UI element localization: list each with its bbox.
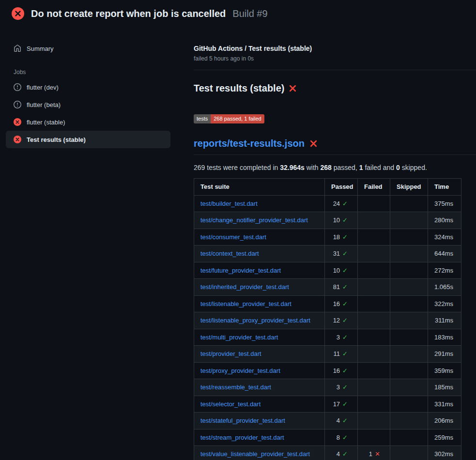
page-title: Do not create report when job is cancell…: [31, 8, 226, 19]
check-icon: ✓: [342, 216, 348, 224]
suite-cell: test/proxy_provider_test.dart: [194, 362, 325, 379]
suite-link[interactable]: test/future_provider_test.dart: [200, 267, 281, 274]
suite-link[interactable]: test/stream_provider_test.dart: [200, 434, 284, 441]
cross-mark-icon: [309, 139, 318, 148]
passed-cell: 81✓: [325, 279, 358, 296]
table-row: test/change_notifier_provider_test.dart …: [194, 212, 461, 229]
failed-status-icon: [12, 7, 24, 20]
badge-label: tests: [194, 114, 211, 123]
summary-line: 269 tests were completed in 32.964s with…: [194, 164, 476, 171]
suite-cell: test/provider_test.dart: [194, 346, 325, 363]
table-row: test/selector_test.dart 17✓ 331ms: [194, 396, 461, 413]
failed-cell: [358, 346, 390, 363]
sidebar-item-summary[interactable]: Summary: [6, 40, 170, 57]
skipped-cell: [390, 245, 428, 262]
passed-cell: 24✓: [325, 195, 358, 212]
passed-cell: 10✓: [325, 262, 358, 279]
table-header-row: Test suite Passed Failed Skipped Time: [194, 179, 461, 196]
suite-cell: test/stream_provider_test.dart: [194, 429, 325, 446]
suite-cell: test/multi_provider_test.dart: [194, 329, 325, 346]
suite-link[interactable]: test/value_listenable_provider_test.dart: [200, 450, 310, 458]
suite-cell: test/listenable_proxy_provider_test.dart: [194, 312, 325, 329]
suite-link[interactable]: test/proxy_provider_test.dart: [200, 367, 280, 374]
test-results-table: Test suite Passed Failed Skipped Time te…: [194, 178, 461, 460]
skipped-cell: [390, 229, 428, 245]
failed-cell: [358, 295, 390, 312]
badge-value: 268 passed, 1 failed: [211, 114, 264, 123]
sidebar-item-flutter-dev[interactable]: flutter (dev): [6, 78, 170, 96]
sidebar-item-flutter-beta[interactable]: flutter (beta): [6, 96, 170, 113]
time-cell: 259ms: [428, 429, 461, 446]
suite-cell: test/stateful_provider_test.dart: [194, 413, 325, 429]
suite-link[interactable]: test/context_test.dart: [200, 250, 259, 257]
table-row: test/provider_test.dart 11✓ 291ms: [194, 346, 461, 363]
suite-link[interactable]: test/stateful_provider_test.dart: [200, 417, 285, 424]
time-cell: 359ms: [428, 362, 461, 379]
failed-cell: 1✕: [358, 446, 390, 460]
column-header-failed: Failed: [358, 179, 390, 196]
suite-link[interactable]: test/reassemble_test.dart: [200, 383, 271, 391]
suite-cell: test/reassemble_test.dart: [194, 379, 325, 396]
time-cell: 302ms: [428, 446, 461, 460]
suite-link[interactable]: test/listenable_proxy_provider_test.dart: [200, 317, 310, 324]
suite-cell: test/change_notifier_provider_test.dart: [194, 212, 325, 229]
passed-cell: 4✓: [325, 413, 358, 429]
failed-cell: [358, 262, 390, 279]
divider: [194, 70, 476, 70]
skipped-cell: [390, 396, 428, 413]
skipped-cell: [390, 329, 428, 346]
passed-cell: 17✓: [325, 396, 358, 413]
report-link[interactable]: reports/test-results.json: [194, 138, 305, 149]
suite-link[interactable]: test/consumer_test.dart: [200, 233, 266, 241]
table-row: test/builder_test.dart 24✓ 375ms: [194, 195, 461, 212]
sidebar-item-label: Test results (stable): [27, 136, 86, 143]
suite-link[interactable]: test/inherited_provider_test.dart: [200, 283, 289, 291]
time-cell: 280ms: [428, 212, 461, 229]
table-row: test/listenable_provider_test.dart 16✓ 3…: [194, 295, 461, 312]
skipped-cell: [390, 279, 428, 296]
home-icon: [14, 45, 21, 52]
time-cell: 206ms: [428, 413, 461, 429]
check-icon: ✓: [342, 434, 348, 441]
table-row: test/multi_provider_test.dart 3✓ 183ms: [194, 329, 461, 346]
failed-cell: [358, 312, 390, 329]
cross-mark-icon: [289, 84, 297, 92]
suite-link[interactable]: test/selector_test.dart: [200, 400, 261, 408]
skipped-cell: [390, 195, 428, 212]
suite-cell: test/future_provider_test.dart: [194, 262, 325, 279]
suite-cell: test/inherited_provider_test.dart: [194, 279, 325, 296]
table-row: test/proxy_provider_test.dart 16✓ 359ms: [194, 362, 461, 379]
sidebar-item-test-results-stable[interactable]: Test results (stable): [6, 131, 170, 148]
check-icon: ✓: [342, 300, 348, 307]
check-icon: ✓: [342, 250, 348, 257]
main-content: GitHub Actions / Test results (stable) f…: [194, 27, 476, 460]
suite-link[interactable]: test/change_notifier_provider_test.dart: [200, 216, 308, 224]
check-icon: ✓: [342, 317, 348, 324]
table-row: test/value_listenable_provider_test.dart…: [194, 446, 461, 460]
skipped-cell: [390, 346, 428, 363]
page-header: Do not create report when job is cancell…: [0, 0, 476, 27]
failed-cell: [358, 245, 390, 262]
sidebar-item-label: Summary: [27, 45, 54, 52]
check-icon: ✓: [342, 383, 348, 391]
suite-link[interactable]: test/builder_test.dart: [200, 200, 258, 207]
sidebar-item-flutter-stable[interactable]: flutter (stable): [6, 113, 170, 131]
check-icon: ✓: [342, 417, 348, 424]
check-icon: ✓: [342, 450, 348, 458]
table-row: test/inherited_provider_test.dart 81✓ 1.…: [194, 279, 461, 296]
time-cell: 311ms: [428, 312, 461, 329]
time-cell: 331ms: [428, 396, 461, 413]
passed-cell: 18✓: [325, 229, 358, 245]
passed-cell: 16✓: [325, 362, 358, 379]
table-row: test/consumer_test.dart 18✓ 324ms: [194, 229, 461, 245]
suite-link[interactable]: test/multi_provider_test.dart: [200, 334, 278, 341]
failed-cell: [358, 379, 390, 396]
sidebar-item-label: flutter (stable): [27, 119, 65, 126]
table-row: test/reassemble_test.dart 3✓ 185ms: [194, 379, 461, 396]
time-cell: 1.065s: [428, 279, 461, 296]
suite-link[interactable]: test/listenable_provider_test.dart: [200, 300, 292, 307]
time-cell: 183ms: [428, 329, 461, 346]
passed-cell: 8✓: [325, 429, 358, 446]
suite-link[interactable]: test/provider_test.dart: [200, 350, 261, 357]
skipped-cell: [390, 413, 428, 429]
